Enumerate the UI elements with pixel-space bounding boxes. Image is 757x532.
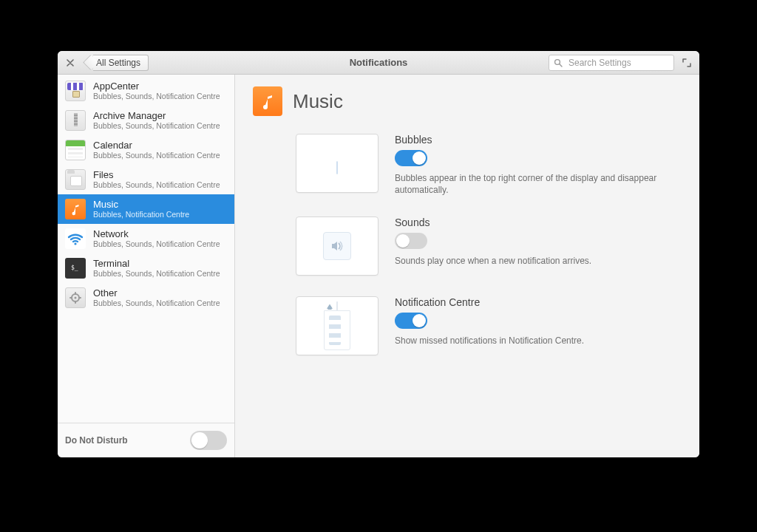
svg-text:$_: $_ xyxy=(71,265,78,271)
sidebar-item-sub: Bubbles, Sounds, Notification Centre xyxy=(93,239,220,248)
sidebar-item-label: Calendar xyxy=(93,140,220,151)
bubbles-desc: Bubbles appear in the top right corner o… xyxy=(395,172,682,196)
svg-point-5 xyxy=(75,297,77,299)
files-icon xyxy=(65,169,86,190)
search-box[interactable] xyxy=(549,55,674,71)
option-bubbles: Bubbles Bubbles appear in the top right … xyxy=(296,134,682,196)
app-list: AppCenterBubbles, Sounds, Notification C… xyxy=(58,75,234,423)
option-sounds: Sounds Sounds play once when a new notif… xyxy=(296,216,682,276)
svg-line-1 xyxy=(560,64,562,66)
sidebar-item-label: Terminal xyxy=(93,259,220,270)
sidebar: AppCenterBubbles, Sounds, Notification C… xyxy=(58,75,235,457)
search-icon xyxy=(554,58,563,67)
appcenter-icon xyxy=(65,81,86,101)
dnd-toggle[interactable] xyxy=(190,431,227,450)
sidebar-item-label: AppCenter xyxy=(93,81,220,92)
svg-point-2 xyxy=(74,242,76,245)
window-body: AppCenterBubbles, Sounds, Notification C… xyxy=(58,75,699,457)
notification-centre-title: Notification Centre xyxy=(395,296,682,308)
speaker-icon xyxy=(329,238,345,254)
music-note-icon xyxy=(259,92,276,110)
sounds-title: Sounds xyxy=(395,216,682,228)
sidebar-item-sub: Bubbles, Sounds, Notification Centre xyxy=(93,269,220,278)
notification-centre-desc: Show missed notifications in Notificatio… xyxy=(395,335,682,347)
settings-window: All Settings Notifications AppCenterBubb… xyxy=(58,51,699,457)
dnd-label: Do Not Disturb xyxy=(65,435,128,446)
chevron-left-icon xyxy=(83,55,93,71)
network-icon xyxy=(65,228,86,249)
notification-centre-toggle[interactable] xyxy=(395,313,427,329)
titlebar: All Settings Notifications xyxy=(58,51,699,75)
sidebar-item-label: Archive Manager xyxy=(93,111,220,122)
sidebar-item-sub: Bubbles, Sounds, Notification Centre xyxy=(93,151,220,160)
music-icon xyxy=(253,86,282,116)
breadcrumb-all-settings[interactable]: All Settings xyxy=(83,55,149,71)
sidebar-item-files[interactable]: FilesBubbles, Sounds, Notification Centr… xyxy=(58,165,234,194)
content-pane: Music Bubbles Bubbles appear in the top … xyxy=(235,75,699,457)
breadcrumb-label: All Settings xyxy=(93,55,149,71)
notification-centre-thumb xyxy=(296,296,378,355)
sidebar-item-terminal[interactable]: $_TerminalBubbles, Sounds, Notification … xyxy=(58,253,234,283)
archive-icon xyxy=(65,110,86,131)
sidebar-item-sub: Bubbles, Sounds, Notification Centre xyxy=(93,92,220,100)
sidebar-item-archive[interactable]: Archive ManagerBubbles, Sounds, Notifica… xyxy=(58,106,234,135)
sounds-toggle[interactable] xyxy=(395,233,427,249)
calendar-icon xyxy=(65,140,86,160)
maximize-icon xyxy=(682,58,691,67)
sidebar-footer: Do Not Disturb xyxy=(58,423,234,457)
sounds-desc: Sounds play once when a new notification… xyxy=(395,255,682,267)
music-icon xyxy=(65,199,86,219)
sidebar-item-music[interactable]: MusicBubbles, Notification Centre xyxy=(58,194,234,224)
sounds-thumb xyxy=(296,216,378,276)
maximize-button[interactable] xyxy=(679,55,695,71)
bubbles-title: Bubbles xyxy=(395,134,682,146)
search-input[interactable] xyxy=(567,57,669,69)
bubbles-thumb xyxy=(296,134,378,193)
sidebar-item-calendar[interactable]: CalendarBubbles, Sounds, Notification Ce… xyxy=(58,135,234,165)
sidebar-item-appcenter[interactable]: AppCenterBubbles, Sounds, Notification C… xyxy=(58,76,234,106)
sidebar-item-label: Music xyxy=(93,200,189,211)
content-title: Music xyxy=(293,90,343,113)
close-icon xyxy=(67,59,74,66)
terminal-icon: $_ xyxy=(65,258,86,279)
close-button[interactable] xyxy=(62,55,78,71)
content-header: Music xyxy=(253,86,682,116)
sidebar-item-sub: Bubbles, Notification Centre xyxy=(93,210,189,219)
other-icon xyxy=(65,287,86,308)
sidebar-item-label: Network xyxy=(93,229,220,240)
sidebar-item-sub: Bubbles, Sounds, Notification Centre xyxy=(93,121,220,130)
sidebar-item-network[interactable]: NetworkBubbles, Sounds, Notification Cen… xyxy=(58,224,234,253)
sidebar-item-sub: Bubbles, Sounds, Notification Centre xyxy=(93,299,220,307)
sidebar-item-other[interactable]: OtherBubbles, Sounds, Notification Centr… xyxy=(58,283,234,313)
bubbles-toggle[interactable] xyxy=(395,150,427,166)
sidebar-item-label: Other xyxy=(93,288,220,299)
sidebar-item-sub: Bubbles, Sounds, Notification Centre xyxy=(93,180,220,189)
sidebar-item-label: Files xyxy=(93,170,220,181)
option-notification-centre: Notification Centre Show missed notifica… xyxy=(296,296,682,355)
